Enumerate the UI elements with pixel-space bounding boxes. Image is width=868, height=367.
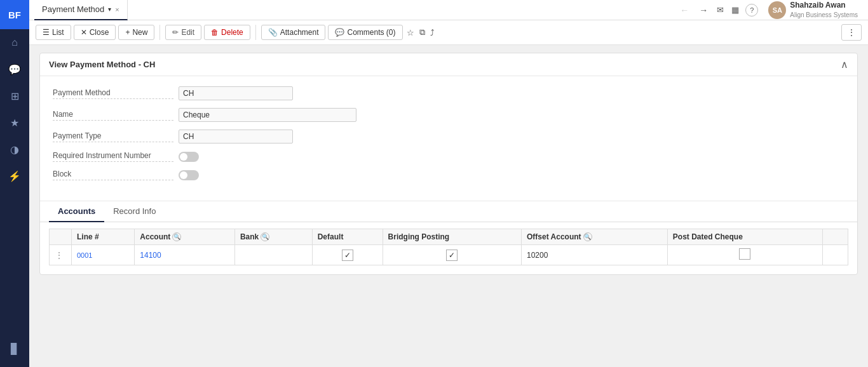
- form-body: Payment Method Name Payment Type Require…: [40, 76, 857, 198]
- tab-record-info[interactable]: Record Info: [104, 201, 165, 222]
- separator-1: [159, 25, 160, 40]
- sidebar-item-chat[interactable]: 💬: [0, 56, 29, 83]
- name-label: Name: [53, 110, 173, 121]
- share-button[interactable]: ⤴: [429, 27, 436, 39]
- line-number: 0001: [77, 251, 92, 259]
- account-search-icon[interactable]: 🔍: [172, 232, 181, 241]
- sidebar-item-star[interactable]: ★: [0, 109, 29, 136]
- th-account-label: Account 🔍: [140, 232, 181, 241]
- default-checkbox[interactable]: [342, 250, 353, 261]
- th-actions: [823, 229, 848, 245]
- account-cell[interactable]: 14100: [135, 245, 235, 265]
- form-title: View Payment Method - CH: [49, 60, 155, 69]
- th-handle: [50, 229, 72, 245]
- line-cell: 0001: [72, 245, 135, 265]
- edit-button[interactable]: ✏ Edit: [165, 25, 201, 40]
- attachment-label: Attachment: [280, 28, 319, 37]
- attachment-icon: 📎: [268, 28, 278, 37]
- post-dated-cheque-checkbox[interactable]: [739, 248, 750, 260]
- list-button[interactable]: ☰ List: [36, 25, 71, 40]
- accounts-table: Line # Account 🔍: [49, 229, 848, 265]
- table-row: ⋮ 0001 14100: [50, 245, 848, 265]
- sidebar-item-pie[interactable]: ◑: [0, 136, 29, 163]
- nav-prev-button[interactable]: ←: [677, 4, 691, 17]
- payment-method-row: Payment Method: [53, 86, 844, 100]
- delete-button[interactable]: 🗑 Delete: [204, 25, 250, 40]
- avatar: SA: [768, 1, 786, 19]
- required-instrument-row: Required Instrument Number: [53, 151, 844, 162]
- list-icon: ☰: [43, 28, 50, 37]
- offset-account-cell: 10200: [522, 245, 668, 265]
- tab-nav: Accounts Record Info: [40, 201, 857, 222]
- post-dated-cheque-cell: [667, 245, 822, 265]
- delete-icon: 🗑: [211, 28, 219, 37]
- star-button[interactable]: ☆: [405, 27, 416, 39]
- edit-icon: ✏: [172, 28, 179, 37]
- toolbar: ☰ List ✕ Close + New ✏ Edit 🗑 Delete 📎 A…: [29, 20, 868, 45]
- help-icon-button[interactable]: ?: [745, 4, 758, 17]
- attachment-button[interactable]: 📎 Attachment: [261, 25, 326, 40]
- th-offset-account: Offset Account 🔍: [522, 229, 668, 245]
- close-label: Close: [90, 28, 109, 37]
- payment-type-row: Payment Type: [53, 130, 844, 143]
- th-line-label: Line #: [77, 232, 99, 241]
- offset-account-value: 10200: [527, 251, 548, 260]
- account-value[interactable]: 14100: [140, 251, 161, 260]
- th-bridging-posting: Bridging Posting: [383, 229, 521, 245]
- collapse-button[interactable]: ∧: [841, 58, 848, 70]
- tab-section: Accounts Record Info Line #: [40, 201, 857, 274]
- user-company: Align Business Systems: [790, 11, 858, 19]
- nav-next-button[interactable]: →: [696, 4, 710, 17]
- table-wrapper: Line # Account 🔍: [40, 222, 857, 274]
- payment-method-label: Payment Method: [53, 88, 173, 99]
- bridging-cell: [383, 245, 521, 265]
- tab-bar: Payment Method ▾ × ← → ✉ ▦ ? SA Shahzaib…: [29, 0, 868, 20]
- bank-cell: [234, 245, 312, 265]
- th-offset-label: Offset Account 🔍: [527, 232, 592, 241]
- tab-dropdown-icon[interactable]: ▾: [108, 6, 111, 13]
- sidebar-item-grid[interactable]: ⊞: [0, 83, 29, 109]
- row-handle-cell: ⋮: [50, 245, 72, 265]
- sidebar-item-home[interactable]: ⌂: [0, 29, 29, 56]
- bridging-posting-checkbox[interactable]: [446, 250, 458, 261]
- th-post-dated-cheque: Post Dated Cheque: [667, 229, 822, 245]
- edit-label: Edit: [181, 28, 194, 37]
- tab-label: Payment Method: [42, 4, 104, 14]
- block-toggle[interactable]: [179, 170, 199, 180]
- row-drag-handle[interactable]: ⋮: [55, 250, 66, 260]
- close-x-icon: ✕: [81, 28, 87, 37]
- user-name: Shahzaib Awan: [790, 1, 858, 11]
- block-row: Block: [53, 170, 844, 180]
- new-label: New: [132, 28, 147, 37]
- required-instrument-toggle[interactable]: [179, 152, 199, 162]
- name-input[interactable]: [179, 108, 356, 122]
- comments-button[interactable]: 💬 Comments (0): [328, 25, 402, 40]
- mail-icon-button[interactable]: ✉: [715, 4, 725, 16]
- payment-method-input[interactable]: [179, 86, 293, 100]
- content-area: View Payment Method - CH ∧ Payment Metho…: [29, 45, 868, 367]
- more-button[interactable]: ⋮: [841, 24, 862, 41]
- close-button[interactable]: ✕ Close: [74, 25, 116, 40]
- new-button[interactable]: + New: [118, 25, 154, 40]
- default-cell: [312, 245, 383, 265]
- bank-search-icon[interactable]: 🔍: [261, 232, 269, 241]
- plus-icon: +: [125, 28, 130, 37]
- sidebar-item-bar[interactable]: ▊: [0, 335, 29, 362]
- form-card: View Payment Method - CH ∧ Payment Metho…: [39, 53, 858, 275]
- separator-2: [255, 25, 256, 40]
- th-default: Default: [312, 229, 383, 245]
- payment-type-input[interactable]: [179, 130, 293, 143]
- sidebar-item-pulse[interactable]: ⚡: [0, 163, 29, 189]
- chart-icon-button[interactable]: ▦: [730, 4, 740, 16]
- tab-close-icon[interactable]: ×: [115, 6, 119, 13]
- tab-accounts[interactable]: Accounts: [49, 201, 104, 222]
- toolbar-right: ⋮: [841, 24, 862, 41]
- actions-cell: [823, 245, 848, 265]
- list-label: List: [52, 28, 64, 37]
- tab-payment-method[interactable]: Payment Method ▾ ×: [34, 0, 128, 20]
- comments-label: Comments (0): [347, 28, 395, 37]
- offset-search-icon[interactable]: 🔍: [583, 232, 592, 241]
- th-line: Line #: [72, 229, 135, 245]
- app-logo[interactable]: BF: [0, 0, 29, 29]
- copy-button[interactable]: ⧉: [418, 26, 426, 39]
